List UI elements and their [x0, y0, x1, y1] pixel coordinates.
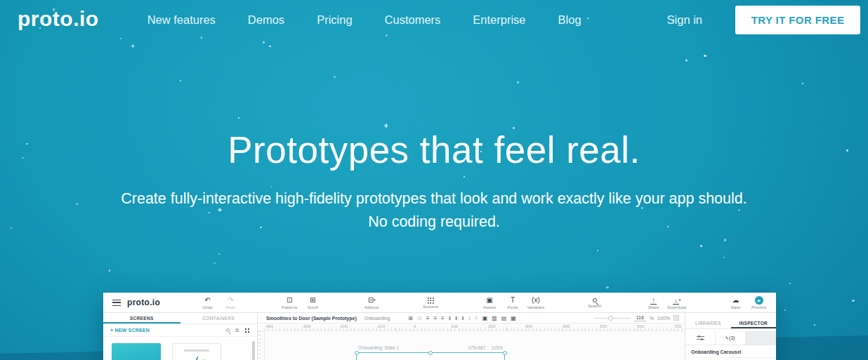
star-speck — [814, 324, 815, 326]
patterns-icon: ⊡ — [287, 296, 292, 305]
star-speck — [723, 257, 725, 258]
star-speck — [263, 41, 265, 44]
star-speck — [685, 59, 688, 61]
search-button[interactable]: Search — [583, 297, 606, 308]
star-speck — [238, 117, 239, 119]
redo-button[interactable]: ↷ Redo — [219, 296, 242, 309]
align-left-icon[interactable]: ≡ — [426, 315, 430, 321]
selected-screen[interactable]: Onboarding: State 1 375×667 115% — [356, 352, 505, 360]
try-it-for-free-button[interactable]: TRY IT FOR FREE — [735, 6, 860, 34]
zoom-value-input[interactable]: 116 — [634, 315, 646, 321]
new-screen-row: + NEW SCREEN ≣ — [103, 324, 257, 337]
star-speck — [384, 124, 388, 128]
sign-in-link[interactable]: Sign in — [664, 8, 705, 32]
search-screens-icon[interactable] — [226, 328, 230, 332]
align-top-icon[interactable]: ‖ — [449, 315, 451, 321]
editor-toolbar: proto.io ↶ Undo ↷ Redo ⊡ Patterns ⊞ Scro… — [103, 293, 776, 313]
distribute-v-icon[interactable]: ≡ — [475, 315, 478, 321]
zoom-100-button[interactable]: 100% — [657, 316, 670, 321]
app-editor-screenshot: proto.io ↶ Undo ↷ Redo ⊡ Patterns ⊞ Scro… — [103, 293, 776, 360]
distribute-h-icon[interactable]: ‖ — [468, 315, 471, 321]
share-icon: ↑ — [650, 296, 657, 305]
assets-button[interactable]: ▣ Assets — [478, 296, 501, 309]
zoom-slider[interactable] — [594, 318, 631, 319]
screens-panel: SCREENS CONTAINERS + NEW SCREEN ≣ — [103, 313, 258, 360]
star-speck — [213, 262, 216, 265]
screens-panel-tabs: SCREENS CONTAINERS — [103, 313, 257, 324]
screen-thumbnail-splash[interactable] — [112, 343, 161, 360]
hero-subtitle: Create fully-interactive high-fidelity p… — [0, 187, 868, 234]
screens-grid-icon — [427, 297, 434, 304]
grid-view-icon[interactable] — [244, 328, 250, 333]
bring-forward-icon[interactable]: ▣ — [482, 315, 488, 321]
tab-libraries[interactable]: LIBRARIES — [685, 318, 731, 328]
hero-subtitle-line1: Create fully-interactive high-fidelity p… — [0, 187, 868, 211]
top-nav: proto.io New features Demos Pricing Cust… — [0, 0, 868, 40]
screen-thumbnails — [103, 337, 257, 360]
align-bottom-icon[interactable]: ‖ — [461, 315, 463, 321]
list-view-icon[interactable]: ≣ — [235, 327, 239, 333]
nav-item-customers[interactable]: Customers — [369, 8, 457, 32]
undo-button[interactable]: ↶ Undo — [196, 296, 219, 309]
doc-tab-project[interactable]: Smoothies to Door (Sample Prototype) — [266, 316, 357, 321]
selection-handle[interactable] — [503, 351, 507, 355]
chevron-down-icon: ▾ — [374, 298, 376, 302]
share-button[interactable]: ↑ Share — [642, 296, 665, 309]
save-button[interactable]: ☁ Save — [724, 296, 747, 309]
new-screen-button[interactable]: + NEW SCREEN — [110, 328, 150, 333]
patterns-button[interactable]: ⊡ Patterns — [278, 296, 301, 309]
nav-item-enterprise[interactable]: Enterprise — [456, 8, 541, 32]
star-speck — [109, 269, 110, 271]
selection-dimensions: 375×667 — [468, 345, 486, 350]
selection-handle[interactable] — [428, 351, 433, 355]
align-middle-icon[interactable]: ‖ — [455, 315, 457, 321]
design-canvas[interactable]: 0 Onboarding: State 1 375×667 115% — [258, 331, 685, 360]
nav-item-blog[interactable]: Blog — [542, 8, 598, 32]
fit-screen-icon[interactable]: ⊡ — [417, 315, 422, 321]
inspector-tabs: LIBRARIES INSPECTOR — [685, 318, 776, 329]
screens-button[interactable]: Screens — [419, 296, 442, 309]
tab-containers[interactable]: CONTAINERS — [180, 313, 258, 324]
editor-body: SCREENS CONTAINERS + NEW SCREEN ≣ — [103, 313, 776, 360]
preview-button[interactable]: ▶ Preview — [747, 296, 770, 309]
selected-element-name: Onboarding Carousel — [685, 345, 776, 358]
preview-play-icon: ▶ — [755, 296, 763, 305]
selection-zoom: 115% — [492, 345, 503, 350]
interactions-count: (3) — [729, 335, 735, 340]
interactions-subtab[interactable]: ϟ (3) — [716, 331, 746, 345]
fit-selection-icon[interactable]: ⊞ — [408, 315, 413, 321]
zoom-slider-handle[interactable] — [608, 316, 613, 321]
fonts-button[interactable]: T Fonts — [501, 296, 524, 309]
horizontal-ruler: -400 -300 -200 -100 0 100 200 300 400 50… — [258, 323, 685, 331]
variables-button[interactable]: (x) Variables — [524, 296, 547, 309]
selection-handle[interactable] — [355, 351, 359, 355]
doc-tab-onboarding[interactable]: Onboarding — [364, 316, 390, 321]
vertical-ruler: 0 — [258, 331, 265, 360]
nav-item-new-features[interactable]: New features — [131, 8, 232, 32]
addons-button[interactable]: ⊟▾ Addons — [360, 296, 383, 309]
scroll-button[interactable]: ⊞ Scroll — [301, 296, 324, 309]
properties-subtab[interactable] — [685, 331, 716, 345]
disabled-subtab — [746, 331, 776, 345]
search-icon — [593, 298, 597, 302]
send-backward-icon[interactable]: ▥ — [492, 315, 497, 321]
panel-scrollbar[interactable] — [252, 341, 255, 360]
align-center-icon[interactable]: ≡ — [433, 315, 437, 321]
pixel-grid-icon[interactable] — [673, 315, 679, 321]
tab-inspector[interactable]: INSPECTOR — [731, 318, 777, 328]
star-speck — [597, 250, 599, 252]
align-right-icon[interactable]: ≡ — [441, 315, 445, 321]
screen-thumbnail-onboarding[interactable] — [172, 343, 221, 360]
save-cloud-icon: ☁ — [732, 296, 739, 305]
proto-io-logo[interactable]: proto.io — [18, 8, 99, 32]
download-icon: ↓ — [673, 297, 679, 305]
star-speck — [802, 83, 803, 84]
nav-item-demos[interactable]: Demos — [232, 8, 301, 32]
download-button[interactable]: ↓▾ Download — [665, 296, 688, 309]
undo-icon: ↶ — [204, 296, 210, 305]
tab-screens[interactable]: SCREENS — [103, 313, 180, 324]
ungroup-icon[interactable]: ▦ — [511, 315, 516, 321]
menu-icon[interactable] — [112, 300, 121, 306]
nav-item-pricing[interactable]: Pricing — [301, 8, 368, 32]
group-icon[interactable]: ▤ — [501, 315, 507, 321]
